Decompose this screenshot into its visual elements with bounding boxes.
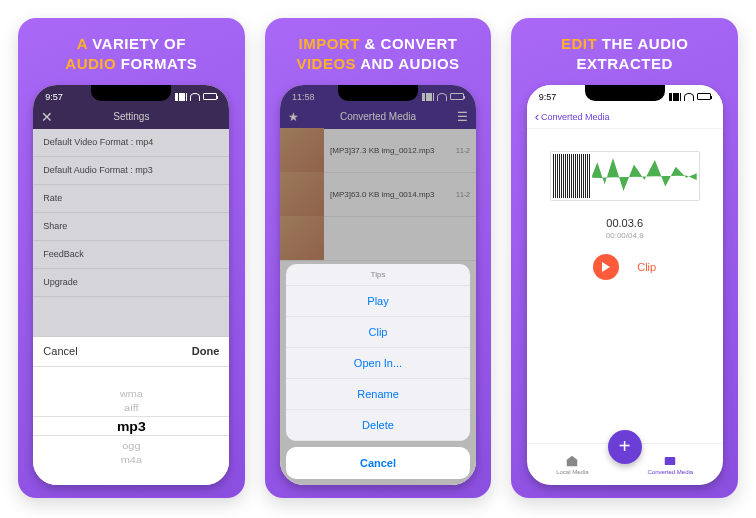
phone-c: 9:57 ‹ Converted Media 00.03.6 00:00/04.… <box>527 85 723 485</box>
phone-a: 9:57 ✕ Settings Default Video Format : m… <box>33 85 229 485</box>
phone-b: 11:58 ★ Converted Media ☰ [MP3]37.3 KB i… <box>280 85 476 485</box>
settings-row[interactable]: Share <box>33 213 229 241</box>
tab-converted-media[interactable]: Converted Media <box>647 454 693 475</box>
status-time: 9:57 <box>539 92 557 102</box>
waveform[interactable] <box>550 151 700 201</box>
picker-selected: mp3 <box>33 416 229 436</box>
back-button[interactable]: ‹ Converted Media <box>527 105 723 129</box>
caption-a: A VARIETY OF AUDIO FORMATS <box>65 34 197 75</box>
action-sheet: Tips Play Clip Open In... Rename Delete <box>286 264 470 441</box>
caption-b: IMPORT & CONVERT VIDEOS AND AUDIOS <box>296 34 459 75</box>
sheet-play[interactable]: Play <box>286 286 470 317</box>
clip-button[interactable]: Clip <box>637 261 656 273</box>
add-button[interactable]: + <box>608 430 642 464</box>
promo-card-formats: A VARIETY OF AUDIO FORMATS 9:57 ✕ Settin… <box>18 18 245 498</box>
sheet-title: Tips <box>286 264 470 286</box>
settings-row[interactable]: FeedBack <box>33 241 229 269</box>
nav-title: Settings <box>113 111 149 122</box>
sheet-cancel[interactable]: Cancel <box>286 447 470 479</box>
picker-wheel[interactable]: wma aiff mp3 ogg m4a <box>33 367 229 485</box>
settings-row[interactable]: Upgrade <box>33 269 229 297</box>
chevron-left-icon: ‹ <box>535 109 539 124</box>
picker-done[interactable]: Done <box>192 345 220 357</box>
caption-c: EDIT THE AUDIO EXTRACTED <box>561 34 688 75</box>
picker-cancel[interactable]: Cancel <box>43 345 77 357</box>
tab-local-media[interactable]: Local Media <box>556 454 588 475</box>
format-picker[interactable]: Cancel Done wma aiff mp3 ogg m4a <box>33 336 229 485</box>
svg-rect-0 <box>665 456 676 464</box>
status-icons <box>175 93 217 101</box>
current-time: 00.03.6 <box>606 217 644 229</box>
total-time: 00:00/04.8 <box>606 231 644 240</box>
status-icons <box>669 93 711 101</box>
tab-bar: Local Media + Converted Media <box>527 443 723 485</box>
sheet-rename[interactable]: Rename <box>286 379 470 410</box>
settings-row[interactable]: Default Video Format : mp4 <box>33 129 229 157</box>
action-sheet-overlay[interactable]: Tips Play Clip Open In... Rename Delete … <box>280 85 476 485</box>
sheet-delete[interactable]: Delete <box>286 410 470 441</box>
audio-editor: 00.03.6 00:00/04.8 Clip <box>527 129 723 443</box>
close-icon[interactable]: ✕ <box>41 109 53 125</box>
sheet-open-in[interactable]: Open In... <box>286 348 470 379</box>
play-button[interactable] <box>593 254 619 280</box>
sheet-clip[interactable]: Clip <box>286 317 470 348</box>
promo-card-edit: EDIT THE AUDIO EXTRACTED 9:57 ‹ Converte… <box>511 18 738 498</box>
promo-card-convert: IMPORT & CONVERT VIDEOS AND AUDIOS 11:58… <box>265 18 492 498</box>
settings-row[interactable]: Default Audio Format : mp3 <box>33 157 229 185</box>
status-time: 9:57 <box>45 92 63 102</box>
settings-row[interactable]: Rate <box>33 185 229 213</box>
